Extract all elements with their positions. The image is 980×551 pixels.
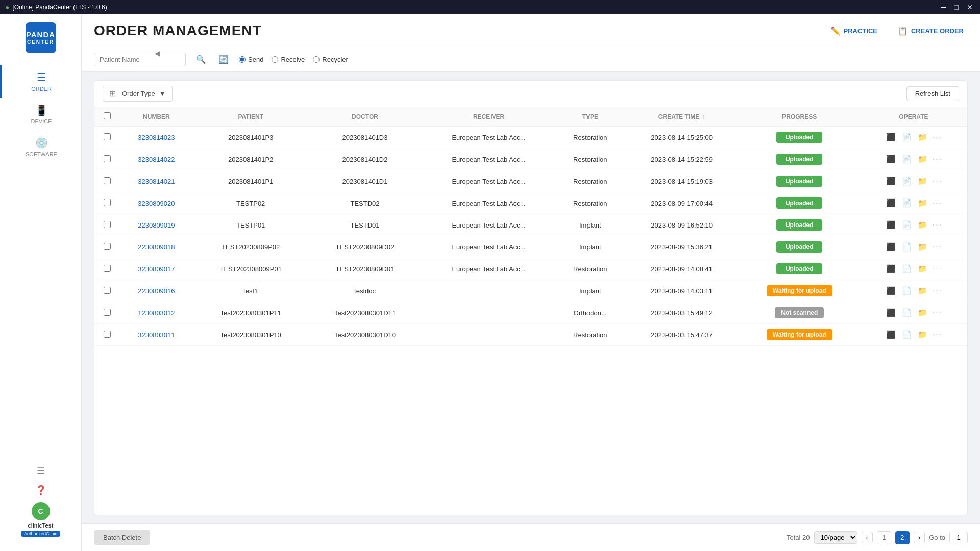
page-header: ORDER MANAGEMENT ✏️ PRACTICE 📋 CREATE OR… <box>82 14 980 47</box>
sidebar-item-device[interactable]: 📱 DEVICE <box>0 98 81 131</box>
order-number[interactable]: 3230814021 <box>119 170 193 192</box>
more-options-icon[interactable]: ··· <box>933 308 942 317</box>
practice-button[interactable]: ✏️ PRACTICE <box>826 23 881 39</box>
scan-icon[interactable]: ⬛ <box>885 241 897 253</box>
folder-icon[interactable]: 📁 <box>917 307 928 318</box>
file-icon[interactable]: 📄 <box>901 132 913 143</box>
order-number[interactable]: 3230803011 <box>119 324 193 346</box>
close-button[interactable]: ✕ <box>965 3 975 11</box>
scan-icon[interactable]: ⬛ <box>885 285 897 296</box>
order-number[interactable]: 2230809019 <box>119 214 193 236</box>
more-options-icon[interactable]: ··· <box>933 133 942 142</box>
row-checkbox[interactable] <box>104 309 111 316</box>
refresh-list-button[interactable]: Refresh List <box>906 86 959 101</box>
batch-delete-button[interactable]: Batch Delete <box>94 530 150 545</box>
file-icon[interactable]: 📄 <box>901 307 913 318</box>
table-row: 3230809020 TESTP02 TESTD02 European Test… <box>94 192 967 214</box>
goto-input[interactable] <box>949 532 968 543</box>
more-options-icon[interactable]: ··· <box>933 155 942 164</box>
folder-icon[interactable]: 📁 <box>917 263 928 274</box>
recycler-radio-label[interactable]: Recycler <box>313 56 348 63</box>
row-checkbox[interactable] <box>104 199 111 206</box>
minimize-button[interactable]: ─ <box>939 3 948 11</box>
row-checkbox[interactable] <box>104 331 111 338</box>
sidebar-collapse-button[interactable]: ◀ <box>155 49 160 57</box>
order-number[interactable]: 3230814023 <box>119 127 193 148</box>
maximize-button[interactable]: □ <box>952 3 961 11</box>
row-checkbox[interactable] <box>104 265 111 272</box>
file-icon[interactable]: 📄 <box>901 219 913 231</box>
create-order-button[interactable]: 📋 CREATE ORDER <box>894 23 968 39</box>
order-number[interactable]: 2230809016 <box>119 280 193 302</box>
order-number[interactable]: 3230809017 <box>119 258 193 280</box>
scan-icon[interactable]: ⬛ <box>885 197 897 209</box>
file-icon[interactable]: 📄 <box>901 329 913 340</box>
folder-icon[interactable]: 📁 <box>917 241 928 253</box>
order-number[interactable]: 1230803012 <box>119 302 193 324</box>
folder-icon[interactable]: 📁 <box>917 154 928 165</box>
receiver-name: European Test Lab Acc... <box>422 170 555 192</box>
order-type: Restoration <box>556 170 625 192</box>
folder-icon[interactable]: 📁 <box>917 219 928 231</box>
file-icon[interactable]: 📄 <box>901 241 913 253</box>
operate-icons: ⬛ 📄 📁 ··· <box>864 329 963 340</box>
menu-button[interactable]: ☰ <box>35 463 47 479</box>
send-radio-label[interactable]: Send <box>239 56 263 63</box>
order-number[interactable]: 3230809020 <box>119 192 193 214</box>
folder-icon[interactable]: 📁 <box>917 329 928 340</box>
receive-radio-label[interactable]: Receive <box>272 56 305 63</box>
pagination: Total 20 10/page 20/page 50/page ‹ 1 2 ›… <box>787 531 968 544</box>
more-options-icon[interactable]: ··· <box>933 220 942 230</box>
page-2-button[interactable]: 2 <box>895 531 910 544</box>
order-type-dropdown[interactable]: ⊞ Order Type ▼ <box>103 86 173 102</box>
file-icon[interactable]: 📄 <box>901 285 913 296</box>
order-icon: ☰ <box>37 71 46 84</box>
receive-radio[interactable] <box>272 56 278 63</box>
page-1-button[interactable]: 1 <box>877 531 891 544</box>
file-icon[interactable]: 📄 <box>901 154 913 165</box>
prev-page-button[interactable]: ‹ <box>862 532 873 543</box>
more-options-icon[interactable]: ··· <box>933 286 942 295</box>
file-icon[interactable]: 📄 <box>901 176 913 187</box>
sidebar-item-software[interactable]: 💿 SOFTWARE <box>0 131 81 163</box>
more-options-icon[interactable]: ··· <box>933 198 942 208</box>
scan-icon[interactable]: ⬛ <box>885 176 897 187</box>
row-checkbox-cell <box>94 148 119 170</box>
row-checkbox[interactable] <box>104 243 111 250</box>
row-checkbox[interactable] <box>104 177 111 184</box>
more-options-icon[interactable]: ··· <box>933 242 942 252</box>
folder-icon[interactable]: 📁 <box>917 132 928 143</box>
per-page-select[interactable]: 10/page 20/page 50/page <box>814 531 857 544</box>
folder-icon[interactable]: 📁 <box>917 197 928 209</box>
more-options-icon[interactable]: ··· <box>933 264 942 273</box>
search-button[interactable]: 🔍 <box>194 53 208 66</box>
receiver-name: European Test Lab Acc... <box>422 127 555 148</box>
refresh-search-button[interactable]: 🔄 <box>216 53 231 66</box>
folder-icon[interactable]: 📁 <box>917 176 928 187</box>
scan-icon[interactable]: ⬛ <box>885 307 897 318</box>
next-page-button[interactable]: › <box>914 532 925 543</box>
scan-icon[interactable]: ⬛ <box>885 154 897 165</box>
folder-icon[interactable]: 📁 <box>917 285 928 296</box>
sidebar-item-order[interactable]: ☰ ORDER <box>0 65 81 98</box>
file-icon[interactable]: 📄 <box>901 197 913 209</box>
scan-icon[interactable]: ⬛ <box>885 329 897 340</box>
help-button[interactable]: ❓ <box>33 483 48 498</box>
recycler-radio[interactable] <box>313 56 320 63</box>
more-options-icon[interactable]: ··· <box>933 330 942 339</box>
file-icon[interactable]: 📄 <box>901 263 913 274</box>
row-checkbox[interactable] <box>104 155 111 162</box>
send-radio[interactable] <box>239 56 246 63</box>
row-checkbox[interactable] <box>104 221 111 228</box>
order-number[interactable]: 3230814022 <box>119 148 193 170</box>
row-checkbox[interactable] <box>104 287 111 294</box>
more-options-icon[interactable]: ··· <box>933 177 942 186</box>
scan-icon[interactable]: ⬛ <box>885 263 897 274</box>
order-number[interactable]: 2230809018 <box>119 236 193 258</box>
scan-icon[interactable]: ⬛ <box>885 132 897 143</box>
row-checkbox[interactable] <box>104 133 111 140</box>
create-time-column[interactable]: CREATE TIME ↕ <box>625 107 739 127</box>
patient-name-input[interactable] <box>94 53 186 66</box>
select-all-checkbox[interactable] <box>104 112 111 119</box>
scan-icon[interactable]: ⬛ <box>885 219 897 231</box>
